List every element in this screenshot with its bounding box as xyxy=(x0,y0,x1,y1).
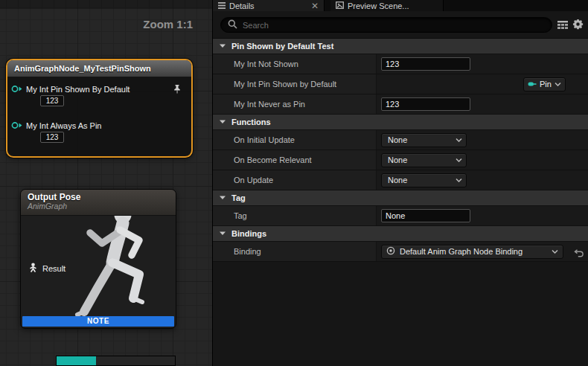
binding-icon xyxy=(386,246,395,257)
search-box[interactable] xyxy=(220,17,552,33)
panel-tab-bar: Details ✕ Preview Scene... xyxy=(213,0,588,11)
node-subtitle: AnimGraph xyxy=(28,202,176,211)
dropdown-value: Pin xyxy=(540,80,552,89)
reset-to-default-icon[interactable] xyxy=(574,247,584,260)
pin-row: My Int Pin Shown By Default xyxy=(11,83,130,96)
details-toolbar xyxy=(213,11,588,39)
details-panel: Details ✕ Preview Scene... xyxy=(212,0,588,366)
dropdown-value: None xyxy=(388,155,407,164)
search-icon xyxy=(228,19,237,32)
pin-label: My Int Always As Pin xyxy=(26,121,101,130)
property-row: On Become Relevant None xyxy=(213,150,588,170)
property-label: Binding xyxy=(213,242,377,261)
property-label: My Int Not Shown xyxy=(213,54,377,74)
node-header[interactable]: Output Pose AnimGraph xyxy=(21,190,176,216)
pin-row: My Int Always As Pin xyxy=(11,119,101,132)
chevron-down-icon xyxy=(456,158,462,162)
section-header-tag[interactable]: Tag xyxy=(213,190,588,206)
details-tab-icon xyxy=(218,1,226,10)
tab-label: Details xyxy=(229,1,255,10)
property-label: My Int Pin Shown by Default xyxy=(213,74,377,94)
result-pin-label: Result xyxy=(42,264,65,273)
chevron-down-icon xyxy=(555,83,561,86)
search-input[interactable] xyxy=(243,21,545,30)
property-label: On Update xyxy=(213,170,377,190)
chevron-down-icon xyxy=(456,179,462,182)
dropdown-value: None xyxy=(388,135,407,144)
int-pin-icon[interactable] xyxy=(11,83,23,96)
pose-pin-icon[interactable] xyxy=(28,263,38,274)
output-pose-node[interactable]: Output Pose AnimGraph xyxy=(20,189,176,329)
chevron-down-icon xyxy=(456,138,462,142)
section-header-functions[interactable]: Functions xyxy=(213,115,588,130)
pin-value-field[interactable]: 123 xyxy=(40,132,64,143)
function-dropdown[interactable]: None xyxy=(381,173,467,187)
tag-input[interactable] xyxy=(381,209,470,222)
partially-visible-node[interactable] xyxy=(56,356,176,366)
zoom-level-label: Zoom 1:1 xyxy=(143,18,193,30)
animgraph-test-node[interactable]: AnimGraphNode_MyTestPinShown My Int Pin … xyxy=(6,59,193,158)
section-header-bindings[interactable]: Bindings xyxy=(213,226,588,242)
int-value-input[interactable] xyxy=(381,57,470,71)
note-banner[interactable]: NOTE xyxy=(22,316,174,327)
function-dropdown[interactable]: None xyxy=(381,133,467,147)
int-pin-icon[interactable] xyxy=(11,119,23,132)
property-label: Tag xyxy=(213,206,377,225)
int-value-input[interactable] xyxy=(381,97,470,111)
partial-node-header xyxy=(57,356,96,365)
dropdown-value: Default Anim Graph Node Binding xyxy=(400,247,547,256)
chevron-down-icon xyxy=(552,250,558,254)
pin-visibility-dropdown[interactable]: Pin xyxy=(523,77,566,92)
node-title[interactable]: AnimGraphNode_MyTestPinShown xyxy=(7,60,191,77)
tab-spacer xyxy=(325,0,330,11)
animgraph-canvas[interactable]: Zoom 1:1 AnimGraphNode_MyTestPinShown My… xyxy=(0,0,212,366)
property-label: My Int Never as Pin xyxy=(213,94,377,114)
unreal-editor-window: Zoom 1:1 AnimGraphNode_MyTestPinShown My… xyxy=(0,0,588,366)
section-title: Pin Shown by Default Test xyxy=(231,42,333,51)
chevron-down-icon xyxy=(219,44,226,48)
property-row: My Int Pin Shown by Default Pin xyxy=(213,74,588,94)
preview-scene-tab-icon xyxy=(336,1,344,10)
tab-label: Preview Scene... xyxy=(348,1,409,10)
settings-gear-icon[interactable] xyxy=(572,19,584,33)
chevron-down-icon xyxy=(219,120,226,124)
property-label: On Initial Update xyxy=(213,130,377,150)
graph-top-shadow xyxy=(0,0,212,9)
property-row: On Initial Update None xyxy=(213,130,588,150)
pushpin-icon[interactable] xyxy=(173,83,182,97)
section-title: Tag xyxy=(231,193,246,202)
property-row: Binding Default Anim Graph Node Binding xyxy=(213,242,588,262)
property-row: My Int Not Shown xyxy=(213,54,588,74)
tab-details[interactable]: Details ✕ xyxy=(213,0,325,11)
section-header-pin-shown-by-default-test[interactable]: Pin Shown by Default Test xyxy=(213,39,588,54)
property-list: Pin Shown by Default Test My Int Not Sho… xyxy=(213,39,588,262)
chevron-down-icon xyxy=(219,231,226,236)
section-title: Bindings xyxy=(231,229,266,238)
chevron-down-icon xyxy=(219,196,226,200)
close-icon[interactable]: ✕ xyxy=(311,2,319,10)
property-row: My Int Never as Pin xyxy=(213,94,588,115)
property-label: On Become Relevant xyxy=(213,150,377,170)
pin-label: My Int Pin Shown By Default xyxy=(26,85,130,94)
property-matrix-icon[interactable] xyxy=(557,19,568,33)
pin-icon xyxy=(528,80,537,89)
property-row: Tag xyxy=(213,206,588,226)
dropdown-value: None xyxy=(388,176,407,184)
function-dropdown[interactable]: None xyxy=(381,153,467,167)
binding-dropdown[interactable]: Default Anim Graph Node Binding xyxy=(381,245,563,259)
pin-value-field[interactable]: 123 xyxy=(40,95,64,106)
node-title: Output Pose xyxy=(28,192,176,202)
tab-preview-scene[interactable]: Preview Scene... xyxy=(330,0,444,11)
mannequin-thumbnail xyxy=(64,203,176,325)
property-row: On Update None xyxy=(213,170,588,190)
section-title: Functions xyxy=(231,118,271,126)
